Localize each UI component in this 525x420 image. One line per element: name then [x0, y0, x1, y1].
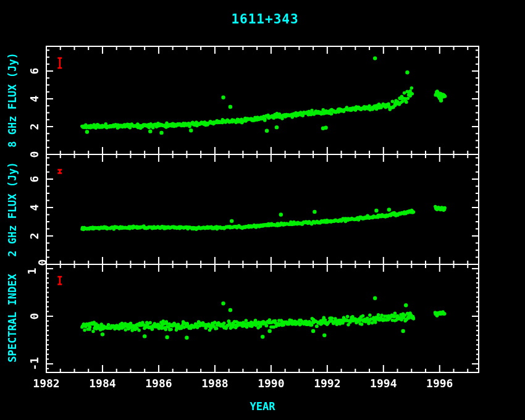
x-tick-label: 1982 [33, 377, 59, 390]
x-tick-label: 1986 [145, 377, 172, 390]
y-tick-label: 1 [25, 268, 38, 275]
y-tick-label: 0 [28, 151, 41, 158]
y-tick-label: 0 [36, 259, 49, 266]
y-tick-label: 0 [28, 313, 41, 320]
y-axis-label-2ghz: 2 GHz FLUX (Jy) [6, 162, 19, 257]
y-tick-label: 6 [28, 68, 41, 75]
x-tick-label: 1984 [89, 377, 116, 390]
x-tick-label: 1994 [370, 377, 397, 390]
x-tick-label: 1996 [426, 377, 453, 390]
figure-title: 1611+343 [231, 12, 298, 27]
y-tick-label: 6 [28, 176, 41, 183]
light-curve-figure: 1611+343 8 GHz FLUX (Jy) 2 GHz FLUX (Jy)… [0, 0, 525, 420]
y-axis-label-8ghz: 8 GHz FLUX (Jy) [6, 52, 19, 148]
x-axis-label: YEAR [250, 400, 275, 413]
y-tick-label: 4 [28, 204, 41, 211]
x-tick-label: 1992 [314, 377, 340, 390]
x-tick-label: 1990 [258, 377, 284, 390]
plot-canvas [0, 0, 525, 420]
y-axis-label-spectral-index: SPECTRAL INDEX [6, 274, 19, 362]
x-tick-label: 1988 [201, 377, 228, 390]
y-tick-label: 2 [28, 124, 41, 130]
y-tick-label: 2 [28, 233, 41, 240]
y-tick-label: 4 [28, 96, 41, 103]
y-tick-label: -1 [28, 357, 41, 371]
